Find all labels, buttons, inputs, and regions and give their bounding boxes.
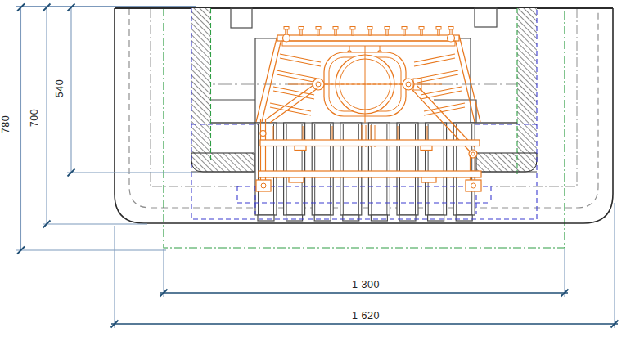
dim-label-700: 700 <box>29 109 40 127</box>
hub-right <box>403 79 414 90</box>
hub-left <box>313 79 324 90</box>
right-anchor-pocket <box>475 8 497 27</box>
dim-label-780: 780 <box>0 115 11 133</box>
mid-beam <box>260 140 480 146</box>
dim-label-1620: 1 620 <box>352 310 380 321</box>
left-anchor-pocket <box>231 8 252 28</box>
rail-end-washer-right <box>448 34 455 42</box>
dimension-1300: 1 300 <box>160 249 569 297</box>
green-boundary <box>164 8 565 248</box>
dimension-1620: 1 620 <box>111 203 619 328</box>
drawing-canvas: 540 700 780 1 300 <box>0 0 644 337</box>
bottom-beam <box>259 171 481 177</box>
cad-drawing-sheet: 540 700 780 1 300 <box>0 0 644 337</box>
bearing-pad <box>288 46 442 123</box>
left-wall-step-hatch <box>191 153 254 172</box>
left-wall-hatch <box>191 8 211 153</box>
dim-label-1300: 1 300 <box>352 279 380 290</box>
rail-bolts <box>299 27 441 36</box>
right-wall-hatch <box>517 8 537 153</box>
end-bracket-right <box>466 180 481 191</box>
rail-end-washer-left <box>283 34 290 42</box>
dim-label-540: 540 <box>54 79 65 97</box>
joint-left <box>260 131 266 137</box>
end-bracket-left <box>256 180 271 191</box>
top-rail <box>277 27 459 55</box>
dimension-780: 780 <box>0 4 166 254</box>
right-wall-step-hatch <box>476 153 537 172</box>
dimension-540: 540 <box>54 4 196 177</box>
